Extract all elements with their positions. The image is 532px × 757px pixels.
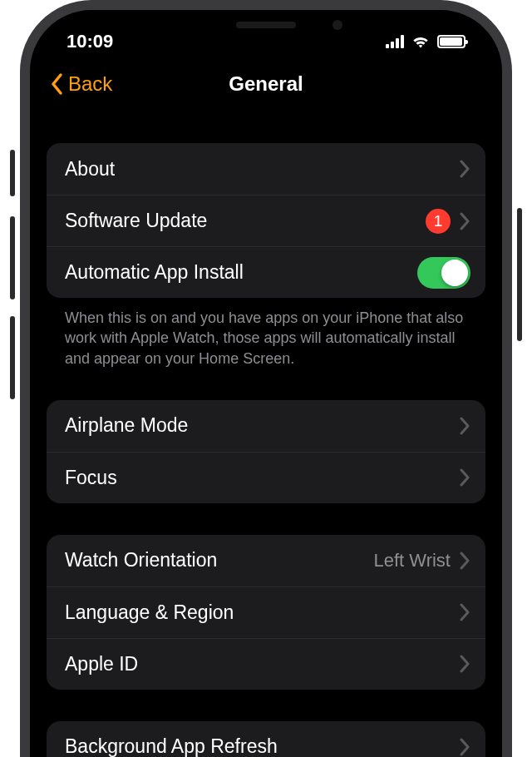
settings-group: About Software Update 1 Automatic App In… — [47, 143, 485, 298]
settings-group: Airplane Mode Focus — [47, 400, 485, 503]
row-software-update[interactable]: Software Update 1 — [47, 195, 485, 246]
chevron-right-icon — [459, 603, 470, 621]
wifi-icon — [411, 35, 430, 48]
row-value: Left Wrist — [373, 550, 451, 571]
row-label: Software Update — [65, 210, 417, 232]
row-label: Background App Refresh — [65, 735, 451, 757]
settings-group: Background App Refresh — [47, 721, 485, 757]
row-apple-id[interactable]: Apple ID — [47, 638, 485, 690]
row-label: Watch Orientation — [65, 549, 365, 571]
chevron-right-icon — [459, 160, 470, 178]
chevron-right-icon — [459, 212, 470, 230]
row-background-app-refresh[interactable]: Background App Refresh — [47, 721, 485, 757]
row-label: About — [65, 158, 451, 181]
row-label: Language & Region — [65, 601, 451, 624]
battery-icon — [437, 35, 466, 48]
chevron-right-icon — [459, 738, 470, 756]
back-button[interactable]: Back — [50, 72, 112, 96]
nav-bar: Back General — [30, 58, 502, 110]
settings-group: Watch Orientation Left Wrist Language & … — [47, 535, 485, 690]
chevron-right-icon — [459, 552, 470, 570]
row-watch-orientation[interactable]: Watch Orientation Left Wrist — [47, 535, 485, 586]
row-about[interactable]: About — [47, 143, 485, 195]
notch — [158, 10, 374, 43]
back-label: Back — [68, 72, 112, 96]
settings-list[interactable]: About Software Update 1 Automatic App In… — [30, 110, 502, 757]
row-label: Apple ID — [65, 653, 451, 675]
section-footer: When this is on and you have apps on you… — [47, 298, 485, 369]
chevron-left-icon — [50, 72, 65, 96]
row-label: Automatic App Install — [65, 261, 409, 284]
chevron-right-icon — [459, 655, 470, 673]
chevron-right-icon — [459, 468, 470, 487]
cellular-icon — [386, 35, 404, 48]
chevron-right-icon — [459, 417, 470, 435]
row-airplane-mode[interactable]: Airplane Mode — [47, 400, 485, 452]
screen: 10:09 Back General About — [30, 10, 502, 757]
phone-frame: 10:09 Back General About — [20, 0, 512, 757]
row-label: Airplane Mode — [65, 414, 451, 437]
row-label: Focus — [65, 467, 451, 489]
update-badge: 1 — [426, 209, 451, 234]
row-language-region[interactable]: Language & Region — [47, 586, 485, 638]
row-focus[interactable]: Focus — [47, 452, 485, 503]
status-time: 10:09 — [66, 31, 113, 52]
row-auto-install[interactable]: Automatic App Install — [47, 246, 485, 298]
auto-install-toggle[interactable] — [417, 257, 470, 289]
